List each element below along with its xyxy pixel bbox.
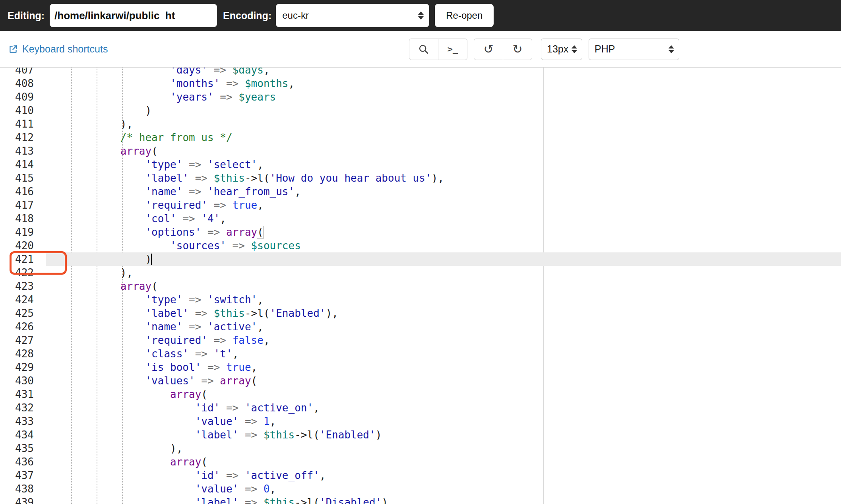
code-line-414[interactable]: 414 'type' => 'select', (0, 158, 841, 171)
line-number: 431 (0, 388, 46, 401)
code-line-421[interactable]: 421 ) (0, 252, 841, 266)
code-text: array( (46, 279, 841, 293)
code-text: ) (46, 104, 841, 117)
code-line-437[interactable]: 437 'id' => 'active_off', (0, 469, 841, 482)
code-text: array( (46, 455, 841, 469)
code-line-438[interactable]: 438 'value' => 0, (0, 482, 841, 496)
code-line-416[interactable]: 416 'name' => 'hear_from_us', (0, 185, 841, 198)
code-line-428[interactable]: 428 'class' => 't', (0, 347, 841, 361)
search-button[interactable] (409, 39, 438, 60)
external-link-icon (8, 44, 18, 54)
line-number: 416 (0, 185, 46, 198)
line-number: 413 (0, 144, 46, 158)
code-line-425[interactable]: 425 'label' => $this->l('Enabled'), (0, 306, 841, 320)
code-text: 'class' => 't', (46, 347, 841, 361)
code-line-430[interactable]: 430 'values' => array( (0, 374, 841, 388)
line-number: 408 (0, 77, 46, 90)
reopen-button[interactable]: Re-open (435, 4, 494, 27)
editor-toolbar: Keyboard shortcuts >_ ↺ ↻ 13px (0, 31, 841, 68)
code-line-410[interactable]: 410 ) (0, 104, 841, 117)
line-number: 433 (0, 415, 46, 428)
code-text: ) (46, 252, 841, 266)
code-editor[interactable]: 407 'days' => $days,408 'months' => $mon… (0, 68, 841, 504)
language-select[interactable]: PHP (589, 39, 679, 60)
toolbar-right-controls: >_ ↺ ↻ 13px PHP (409, 39, 679, 60)
encoding-select[interactable]: euc-kr (276, 4, 429, 27)
code-editor-lines: 407 'days' => $days,408 'months' => $mon… (0, 68, 841, 504)
redo-icon: ↻ (512, 43, 522, 55)
code-line-427[interactable]: 427 'required' => false, (0, 333, 841, 347)
line-number: 418 (0, 212, 46, 225)
code-line-433[interactable]: 433 'value' => 1, (0, 415, 841, 428)
code-line-422[interactable]: 422 ), (0, 266, 841, 279)
code-line-409[interactable]: 409 'years' => $years (0, 90, 841, 104)
code-text: 'type' => 'select', (46, 158, 841, 171)
code-text: 'value' => 1, (46, 415, 841, 428)
code-text: 'is_bool' => true, (46, 361, 841, 374)
text-cursor (151, 254, 152, 265)
code-line-424[interactable]: 424 'type' => 'switch', (0, 293, 841, 306)
code-line-436[interactable]: 436 array( (0, 455, 841, 469)
font-size-value: 13px (547, 43, 568, 55)
line-number: 428 (0, 347, 46, 361)
code-text: ), (46, 117, 841, 131)
code-text: 'days' => $days, (46, 68, 841, 77)
terminal-icon: >_ (448, 44, 458, 54)
undo-button[interactable]: ↺ (474, 39, 503, 60)
keyboard-shortcuts-link[interactable]: Keyboard shortcuts (8, 43, 108, 55)
code-line-439[interactable]: 439 'label' => $this->l('Disabled') (0, 496, 841, 504)
code-line-431[interactable]: 431 array( (0, 388, 841, 401)
code-line-407[interactable]: 407 'days' => $days, (0, 68, 841, 77)
code-text: array( (46, 144, 841, 158)
encoding-select-value: euc-kr (282, 10, 309, 21)
line-number: 415 (0, 171, 46, 185)
code-text: 'values' => array( (46, 374, 841, 388)
line-number: 426 (0, 320, 46, 333)
line-number: 434 (0, 428, 46, 442)
code-line-411[interactable]: 411 ), (0, 117, 841, 131)
code-line-420[interactable]: 420 'sources' => $sources (0, 239, 841, 252)
line-number: 419 (0, 225, 46, 239)
code-text: 'id' => 'active_off', (46, 469, 841, 482)
code-line-418[interactable]: 418 'col' => '4', (0, 212, 841, 225)
font-size-select[interactable]: 13px (541, 39, 582, 60)
line-number: 427 (0, 333, 46, 347)
code-text: 'name' => 'active', (46, 320, 841, 333)
code-line-435[interactable]: 435 ), (0, 442, 841, 455)
editing-label: Editing: (8, 10, 45, 21)
line-number: 412 (0, 131, 46, 144)
code-text: 'id' => 'active_on', (46, 401, 841, 415)
redo-button[interactable]: ↻ (503, 39, 532, 60)
code-text: /* hear from us */ (46, 131, 841, 144)
code-line-413[interactable]: 413 array( (0, 144, 841, 158)
line-number: 420 (0, 239, 46, 252)
topbar: Editing: Encoding: euc-kr Re-open (0, 0, 841, 31)
code-text: 'sources' => $sources (46, 239, 841, 252)
line-number: 411 (0, 117, 46, 131)
code-text: 'type' => 'switch', (46, 293, 841, 306)
line-number: 417 (0, 198, 46, 212)
code-line-408[interactable]: 408 'months' => $months, (0, 77, 841, 90)
code-line-415[interactable]: 415 'label' => $this->l('How do you hear… (0, 171, 841, 185)
code-text: 'label' => $this->l('Enabled') (46, 428, 841, 442)
code-line-423[interactable]: 423 array( (0, 279, 841, 293)
path-input[interactable] (50, 4, 217, 27)
code-line-426[interactable]: 426 'name' => 'active', (0, 320, 841, 333)
code-line-417[interactable]: 417 'required' => true, (0, 198, 841, 212)
code-text: 'label' => $this->l('Enabled'), (46, 306, 841, 320)
terminal-button[interactable]: >_ (438, 39, 467, 60)
code-line-412[interactable]: 412 /* hear from us */ (0, 131, 841, 144)
encoding-label: Encoding: (223, 10, 271, 21)
code-line-432[interactable]: 432 'id' => 'active_on', (0, 401, 841, 415)
line-number: 410 (0, 104, 46, 117)
code-line-434[interactable]: 434 'label' => $this->l('Enabled') (0, 428, 841, 442)
code-text: 'label' => $this->l('Disabled') (46, 496, 841, 504)
line-number: 409 (0, 90, 46, 104)
code-text: ), (46, 266, 841, 279)
line-number: 407 (0, 68, 46, 77)
line-number: 414 (0, 158, 46, 171)
code-line-419[interactable]: 419 'options' => array( (0, 225, 841, 239)
code-text: array( (46, 388, 841, 401)
chevron-updown-icon (572, 45, 577, 53)
code-line-429[interactable]: 429 'is_bool' => true, (0, 361, 841, 374)
